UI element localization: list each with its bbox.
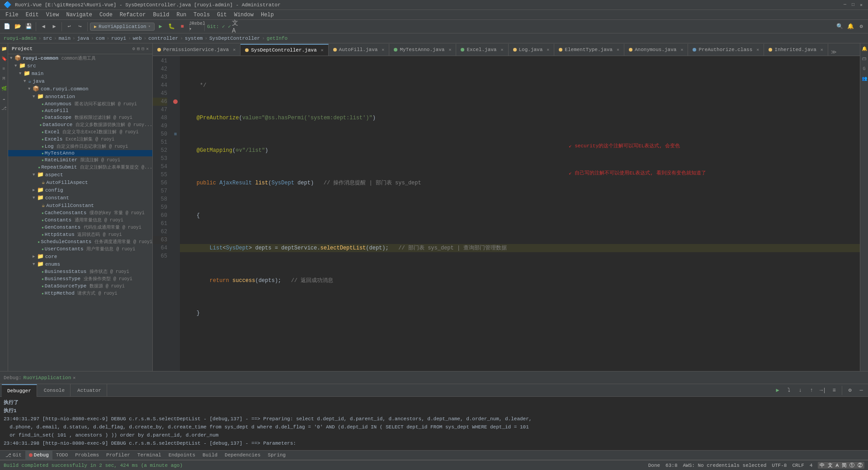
tree-item-autoFillConst[interactable]: ▶ ☕ AutoFillConstant [8,202,152,209]
menu-item-help[interactable]: Help [257,11,278,19]
tab-close-mytestanno[interactable]: ✕ [448,47,451,52]
nav-java[interactable]: java [77,36,89,41]
menu-item-refactor[interactable]: Refactor [116,11,150,19]
tree-item-annotation[interactable]: ▼ 📁 annotation [8,93,152,100]
debug-tab-actuator[interactable]: Actuator [72,384,107,397]
tree-item-httpMethod[interactable]: ▶ ● HttpMethod 请求方式 @ ruoyi [8,290,152,297]
tree-item-repeatsubmit[interactable]: ▶ ● RepeatSubmit 自定义注解防止表单重复提交 @... [8,164,152,171]
toolbar-translate-btn[interactable]: 文A [232,22,242,32]
debug-btn[interactable]: 🐛 [166,22,176,32]
minimize-btn[interactable]: ─ [842,2,848,8]
toolbar-back-btn[interactable]: ◀ [38,22,48,32]
tab-log[interactable]: Log.java ✕ [509,44,555,56]
tree-item-aspect[interactable]: ▼ 📁 aspect [8,171,152,179]
bottom-tab-dependencies[interactable]: Dependencies [221,450,264,460]
tab-inherited[interactable]: Inherited.java ✕ [764,44,828,56]
debug-runtoursor-btn[interactable]: →| [818,385,828,395]
tree-item-dsType[interactable]: ▶ ● DataSourceType 数据源 @ ruoyi [8,282,152,290]
tab-close-permissionservice[interactable]: ✕ [233,47,236,52]
menu-item-build[interactable]: Build [149,11,173,19]
tab-elementtype[interactable]: ElementType.java ✕ [554,44,624,56]
tab-anonymous[interactable]: Anonymous.java ✕ [624,44,688,56]
run-btn[interactable]: ▶ [156,22,165,32]
tab-close-anonymous[interactable]: ✕ [680,47,683,52]
debug-content[interactable]: 执行了 执行1 23:40:31.297 [http-nio-8080-exec… [0,397,868,450]
tree-item-datascope[interactable]: ▶ ● DataScope 数据权限过滤注解 @ ruoyi [8,114,152,121]
tree-item-mytestanno[interactable]: ▶ ● MyTestAnno [8,150,152,156]
debug-app-close[interactable]: ✕ [73,375,75,381]
tree-item-excels[interactable]: ▶ ● Excels Excel注解集 @ ruoyi [8,136,152,143]
debug-stepinto-btn[interactable]: ↓ [795,385,805,395]
toolbar-undo-btn[interactable]: ↩ [64,22,74,32]
tree-gear-icon[interactable]: ⚙ [132,46,135,52]
database-side-icon[interactable]: 🗃 [861,55,868,62]
bottom-tab-build[interactable]: Build [199,450,221,460]
tab-excel[interactable]: Excel.java ✕ [456,44,508,56]
nav-src[interactable]: src [43,36,52,41]
tree-item-ratelimiter[interactable]: ▶ ● RateLimiter 限流注解 @ ruoyi [8,156,152,164]
nav-ruoyi-admin[interactable]: ruoyi-admin [4,36,37,41]
aws-icon[interactable]: ☁ [0,95,8,102]
notifications-side-icon[interactable]: 🔔 [861,45,868,52]
tab-preauthorize[interactable]: PreAuthorize.class ✕ [688,44,764,56]
tree-item-main[interactable]: ▼ 📁 main [8,70,152,77]
tree-item-log[interactable]: ▶ ● Log 自定义操作日志记录注解 @ ruoyi [8,143,152,150]
debug-resume-btn[interactable]: ▶ [773,385,783,395]
tree-item-cacheConst[interactable]: ▶ ● CacheConstants 缓存的key 常量 @ ruoyi [8,209,152,216]
tree-item-excel[interactable]: ▶ ● Excel 自定义导出Excel数据注解 @ ruoyi [8,128,152,136]
nav-web[interactable]: web [133,36,142,41]
nav-getInfo[interactable]: getInfo [267,36,288,41]
menu-item-file[interactable]: File [2,11,22,19]
maven-icon[interactable]: M [0,75,8,82]
maximize-btn[interactable]: □ [850,2,856,8]
menu-item-git[interactable]: Git [213,11,231,19]
bookmark-icon[interactable]: 🔖 [0,55,8,62]
tab-sysdeptcontroller[interactable]: SysDeptController.java ✕ [241,44,328,56]
tree-item-genConst[interactable]: ▶ ● GenConstants 代码生成通用常量 @ ruoyi [8,224,152,231]
code-content[interactable]: */ @PreAuthorize(value="@ss.hasPermi('sy… [180,56,860,371]
nav-ruoyi[interactable]: ruoyi [111,36,126,41]
search-everywhere-btn[interactable]: 🔍 [835,22,844,32]
jrebel-btn[interactable]: JRebel ▾ [192,22,202,32]
tree-item-autofillaspect[interactable]: ▶ ☕ AutoFillAspect [8,179,152,186]
structure-icon[interactable]: ≡ [0,65,8,72]
gradle-side-icon[interactable]: G [861,65,868,72]
crlf-label[interactable]: UTF-8 [772,463,787,468]
debug-stepout-btn[interactable]: ↑ [807,385,816,395]
tree-item-bizStatus[interactable]: ▶ ● BusinessStatus 操作状态 @ ruoyi [8,268,152,275]
debug-evaluate-btn[interactable]: ≡ [829,385,839,395]
notifications-btn[interactable]: 🔔 [845,22,855,32]
stop-btn[interactable]: ■ [177,22,187,32]
bottom-tab-todo[interactable]: TODO [52,450,71,460]
toolbar-new-btn[interactable]: 📄 [2,22,12,32]
tab-close-excel[interactable]: ✕ [500,47,503,52]
bottom-tab-problems[interactable]: Problems [71,450,103,460]
tree-item-constant[interactable]: ▼ 📁 constant [8,194,152,202]
tab-autofill[interactable]: AutoFill.java ✕ [329,44,390,56]
spring-icon[interactable]: 🌿 [0,85,8,92]
debug-settings-btn[interactable]: ⚙ [845,385,855,395]
toolbar-save-btn[interactable]: 💾 [24,22,33,32]
git-icon[interactable]: ⎇ [0,105,8,112]
tab-close-autofill[interactable]: ✕ [382,47,384,52]
debug-close-btn[interactable]: ─ [856,385,866,395]
menu-item-view[interactable]: View [42,11,63,19]
tree-item-package[interactable]: ▼ 📦 com.ruoyi.common [8,85,152,93]
run-config-selector[interactable]: ▶ RuoYiApplication ▾ [90,23,155,31]
debug-tab-console[interactable]: Console [38,384,71,397]
tree-layout-icon[interactable]: ⊞ [137,46,140,52]
tab-permissionservice[interactable]: PermissionService.java ✕ [153,44,241,56]
tree-item-constants[interactable]: ▶ ● Constants 通用常量信息 @ ruoyi [8,216,152,224]
tree-item-ruoyi-common[interactable]: ▼ 📦 ruoyi-common common通用工具 [8,54,152,62]
tree-item-httpStatus[interactable]: ▶ ● HttpStatus 返回状态码 @ ruoyi [8,231,152,238]
menu-item-window[interactable]: Window [231,11,257,19]
nav-com[interactable]: com [96,36,105,41]
codewithme-side-icon[interactable]: 👥 [861,75,868,82]
tab-mytestanno[interactable]: MyTestAnno.java ✕ [389,44,456,56]
tree-item-bizType[interactable]: ▶ ● BusinessType 业务操作类型 @ ruoyi [8,275,152,282]
breakpoint-46[interactable] [173,99,178,104]
nav-sysController[interactable]: SysDeptController [209,36,260,41]
tree-item-config[interactable]: ▶ 📁 config [8,186,152,194]
settings-btn[interactable]: ⚙ [856,22,866,32]
tree-item-anonymous[interactable]: ▶ ● Anonymous 匿名访问不鉴权注解 @ ruoyi [8,100,152,108]
